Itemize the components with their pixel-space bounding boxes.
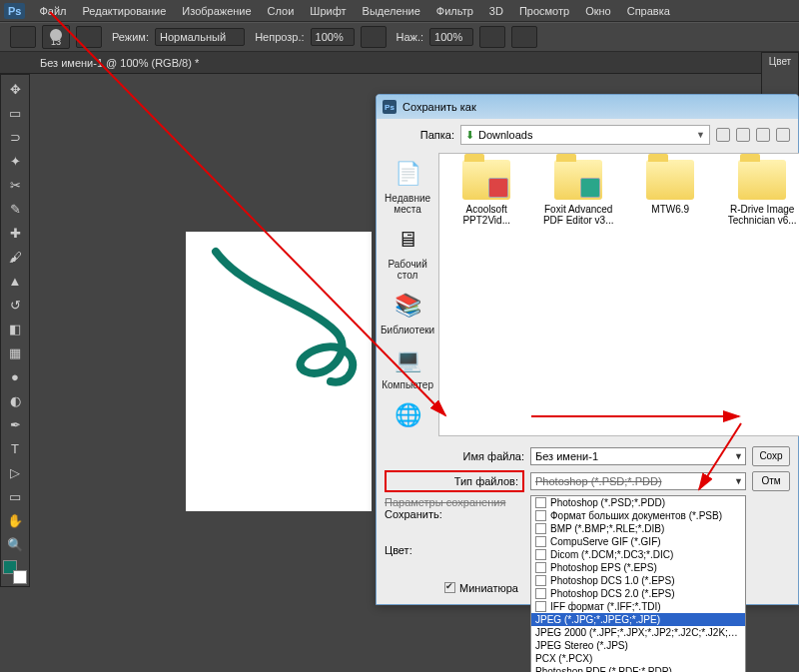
save-button[interactable]: Сохр: [752, 446, 790, 466]
document-canvas[interactable]: [186, 232, 372, 511]
crop-tool-icon[interactable]: ✂: [3, 174, 27, 196]
marquee-tool-icon[interactable]: ▭: [3, 102, 27, 124]
view-menu-icon[interactable]: [776, 128, 790, 142]
gradient-tool-icon[interactable]: ▦: [3, 341, 27, 363]
blend-mode-select[interactable]: Нормальный: [155, 28, 245, 46]
eyedropper-tool-icon[interactable]: ✎: [3, 198, 27, 220]
checkbox-icon: [535, 536, 546, 547]
eraser-tool-icon[interactable]: ◧: [3, 318, 27, 339]
cancel-button[interactable]: Отм: [752, 471, 790, 491]
brush-tool-icon[interactable]: 🖌: [3, 246, 27, 268]
recent-icon: 📄: [391, 159, 424, 189]
tool-preset-icon[interactable]: [10, 26, 36, 48]
shape-tool-icon[interactable]: ▭: [3, 485, 27, 507]
folder-icon: [554, 160, 602, 200]
filetype-option[interactable]: Photoshop DCS 2.0 (*.EPS): [531, 587, 745, 600]
dialog-titlebar[interactable]: Ps Сохранить как: [377, 95, 798, 119]
filetype-option[interactable]: Photoshop PDF (*.PDF;*.PDP): [531, 665, 745, 672]
history-brush-tool-icon[interactable]: ↺: [3, 294, 27, 316]
menu-window[interactable]: Окно: [577, 1, 619, 21]
brush-swatch[interactable]: 13: [42, 25, 70, 49]
dodge-tool-icon[interactable]: ◐: [3, 389, 27, 411]
filetype-option[interactable]: IFF формат (*.IFF;*.TDI): [531, 600, 745, 613]
filetype-option[interactable]: PCX (*.PCX): [531, 652, 745, 665]
checkbox-icon: [535, 549, 546, 560]
filetype-option-label: BMP (*.BMP;*.RLE;*.DIB): [550, 522, 741, 535]
file-item[interactable]: Foxit Advanced PDF Editor v3...: [537, 160, 619, 429]
menu-layers[interactable]: Слои: [260, 1, 303, 21]
filetype-option-label: Photoshop EPS (*.EPS): [550, 561, 741, 574]
filetype-option[interactable]: Photoshop (*.PSD;*.PDD): [531, 496, 745, 509]
stamp-tool-icon[interactable]: ▲: [3, 270, 27, 292]
file-name: Foxit Advanced PDF Editor v3...: [537, 204, 619, 226]
hand-tool-icon[interactable]: ✋: [3, 509, 27, 531]
airbrush-icon[interactable]: [479, 26, 505, 48]
place-computer[interactable]: 💻 Компьютер: [379, 341, 436, 394]
opacity-input[interactable]: 100%: [311, 28, 355, 46]
place-desktop-label: Рабочий стол: [381, 259, 434, 281]
network-icon: 🌐: [391, 400, 424, 430]
menu-3d[interactable]: 3D: [481, 1, 511, 21]
filetype-option[interactable]: BMP (*.BMP;*.RLE;*.DIB): [531, 522, 745, 535]
filetype-option[interactable]: Photoshop EPS (*.EPS): [531, 561, 745, 574]
file-item[interactable]: Acoolsoft PPT2Vid...: [445, 160, 527, 429]
brush-panel-icon[interactable]: [76, 26, 102, 48]
filetype-option[interactable]: JPEG 2000 (*.JPF;*.JPX;*.JP2;*.J2C;*.J2K…: [531, 626, 745, 639]
menu-select[interactable]: Выделение: [355, 1, 428, 21]
filetype-option[interactable]: JPEG Stereo (*.JPS): [531, 639, 745, 652]
place-desktop[interactable]: 🖥 Рабочий стол: [379, 221, 436, 285]
place-recent[interactable]: 📄 Недавние места: [379, 155, 436, 219]
text-tool-icon[interactable]: T: [3, 437, 27, 459]
filetype-option[interactable]: Формат больших документов (*.PSB): [531, 509, 745, 522]
menu-view[interactable]: Просмотр: [511, 1, 577, 21]
file-item[interactable]: MTW6.9: [629, 160, 711, 429]
menu-filter[interactable]: Фильтр: [428, 1, 481, 21]
dialog-title: Сохранить как: [402, 101, 476, 113]
thumbnail-checkbox[interactable]: [444, 582, 455, 593]
filetype-option[interactable]: Dicom (*.DCM;*.DC3;*.DIC): [531, 548, 745, 561]
ps-file-icon: Ps: [383, 100, 397, 114]
new-folder-icon[interactable]: [756, 128, 770, 142]
document-tab-bar: Без имени-1 @ 100% (RGB/8) *: [0, 52, 799, 74]
place-libraries-label: Библиотеки: [381, 325, 434, 336]
filetype-dropdown[interactable]: Photoshop (*.PSD;*.PDD)Формат больших до…: [530, 495, 746, 672]
heal-tool-icon[interactable]: ✚: [3, 222, 27, 244]
filetype-option[interactable]: JPEG (*.JPG;*.JPEG;*.JPE): [531, 613, 745, 626]
pressure-size-icon[interactable]: [511, 26, 537, 48]
menu-file[interactable]: Файл: [31, 1, 74, 21]
place-libraries[interactable]: 📚 Библиотеки: [379, 287, 436, 339]
color-swatch[interactable]: [3, 560, 27, 584]
pen-tool-icon[interactable]: ✒: [3, 413, 27, 435]
filetype-option[interactable]: CompuServe GIF (*.GIF): [531, 535, 745, 548]
back-icon[interactable]: [716, 128, 730, 142]
file-item[interactable]: R-Drive Image Technician v6...: [721, 160, 799, 429]
file-list[interactable]: Acoolsoft PPT2Vid... Foxit Advanced PDF …: [438, 153, 799, 436]
place-network[interactable]: 🌐: [379, 396, 436, 434]
zoom-tool-icon[interactable]: 🔍: [3, 533, 27, 555]
folder-select[interactable]: ⬇ Downloads ▼: [460, 125, 710, 145]
place-computer-label: Компьютер: [382, 379, 433, 390]
path-tool-icon[interactable]: ▷: [3, 461, 27, 483]
file-name: MTW6.9: [651, 204, 689, 215]
wand-tool-icon[interactable]: ✦: [3, 150, 27, 172]
checkbox-icon: [535, 588, 546, 599]
color-panel-tab[interactable]: Цвет: [762, 53, 798, 70]
filetype-option-label: Dicom (*.DCM;*.DC3;*.DIC): [550, 548, 741, 561]
filename-input[interactable]: Без имени-1 ▼: [530, 447, 746, 465]
menu-edit[interactable]: Редактирование: [75, 1, 175, 21]
lasso-tool-icon[interactable]: ⊃: [3, 126, 27, 148]
flow-input[interactable]: 100%: [429, 28, 473, 46]
ps-logo-icon: Ps: [4, 3, 25, 19]
up-icon[interactable]: [736, 128, 750, 142]
brush-size-value: 13: [51, 37, 61, 47]
menu-help[interactable]: Справка: [619, 1, 678, 21]
menu-type[interactable]: Шрифт: [302, 1, 354, 21]
blur-tool-icon[interactable]: ●: [3, 365, 27, 387]
opacity-pressure-icon[interactable]: [361, 26, 387, 48]
move-tool-icon[interactable]: ✥: [3, 78, 27, 100]
filetype-select[interactable]: Photoshop (*.PSD;*.PDD) ▼ Photoshop (*.P…: [530, 472, 746, 490]
document-tab[interactable]: Без имени-1 @ 100% (RGB/8) *: [30, 54, 209, 72]
downloads-folder-icon: ⬇: [465, 129, 474, 142]
filetype-option[interactable]: Photoshop DCS 1.0 (*.EPS): [531, 574, 745, 587]
menu-image[interactable]: Изображение: [174, 1, 259, 21]
